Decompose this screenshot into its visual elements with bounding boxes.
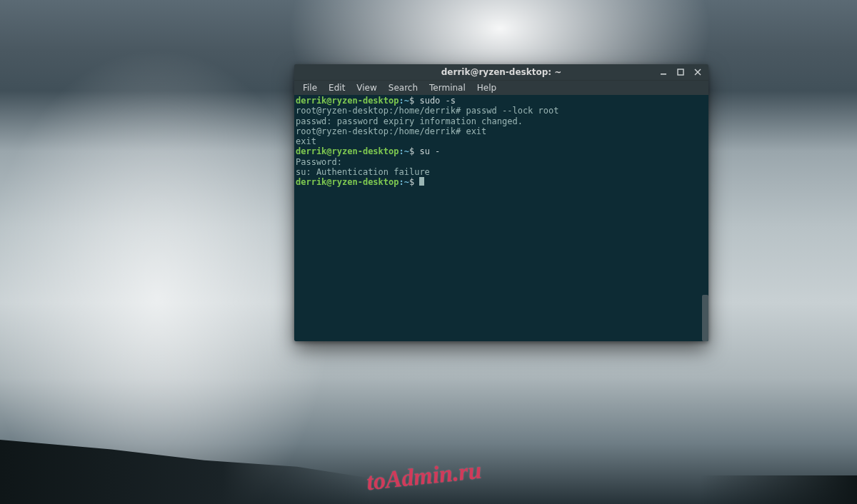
cmd-line: su -: [414, 146, 440, 156]
svg-rect-1: [678, 69, 683, 75]
prompt-path: ~: [404, 96, 409, 106]
menu-search[interactable]: Search: [383, 81, 424, 94]
prompt-path: ~: [404, 146, 409, 156]
menu-terminal[interactable]: Terminal: [424, 81, 471, 94]
cursor-icon: [419, 177, 424, 186]
prompt-user: derrik@ryzen-desktop: [296, 177, 399, 187]
prompt-user: derrik@ryzen-desktop: [296, 96, 399, 106]
prompt-dollar: $: [409, 177, 414, 187]
terminal-output: derrik@ryzen-desktop:~$ sudo -s root@ryz…: [294, 96, 708, 188]
prompt-sep: :: [399, 96, 404, 106]
prompt-sep: :: [399, 146, 404, 156]
svg-rect-0: [661, 74, 666, 75]
terminal-window: derrik@ryzen-desktop: ~ File Edit View S…: [294, 64, 708, 341]
window-controls: [660, 64, 708, 80]
output-line: su: Authentication failure: [296, 167, 430, 177]
cmd-line: sudo -s: [414, 96, 456, 106]
output-line: exit: [296, 136, 316, 146]
menu-file[interactable]: File: [297, 81, 323, 94]
close-button[interactable]: [694, 69, 704, 76]
background-cliff-right: [700, 475, 857, 504]
scrollbar[interactable]: [702, 295, 708, 341]
desktop-background: derrik@ryzen-desktop: ~ File Edit View S…: [0, 0, 857, 504]
background-cliff: [0, 440, 371, 504]
output-line: root@ryzen-desktop:/home/derrik# exit: [296, 126, 486, 136]
menu-help[interactable]: Help: [471, 81, 502, 94]
prompt-path: ~: [404, 177, 409, 187]
menubar: File Edit View Search Terminal Help: [294, 80, 708, 95]
menu-edit[interactable]: Edit: [323, 81, 351, 94]
watermark-text: toAdmin.ru: [365, 457, 483, 496]
menu-view[interactable]: View: [351, 81, 382, 94]
prompt-user: derrik@ryzen-desktop: [296, 146, 399, 156]
titlebar[interactable]: derrik@ryzen-desktop: ~: [294, 64, 708, 80]
minimize-button[interactable]: [660, 69, 670, 76]
window-title: derrik@ryzen-desktop: ~: [294, 67, 708, 77]
prompt-sep: :: [399, 177, 404, 187]
output-line: passwd: password expiry information chan…: [296, 116, 523, 126]
maximize-button[interactable]: [677, 69, 687, 76]
output-line: Password:: [296, 157, 342, 167]
terminal-body[interactable]: derrik@ryzen-desktop:~$ sudo -s root@ryz…: [294, 95, 708, 341]
output-line: root@ryzen-desktop:/home/derrik# passwd …: [296, 106, 558, 116]
